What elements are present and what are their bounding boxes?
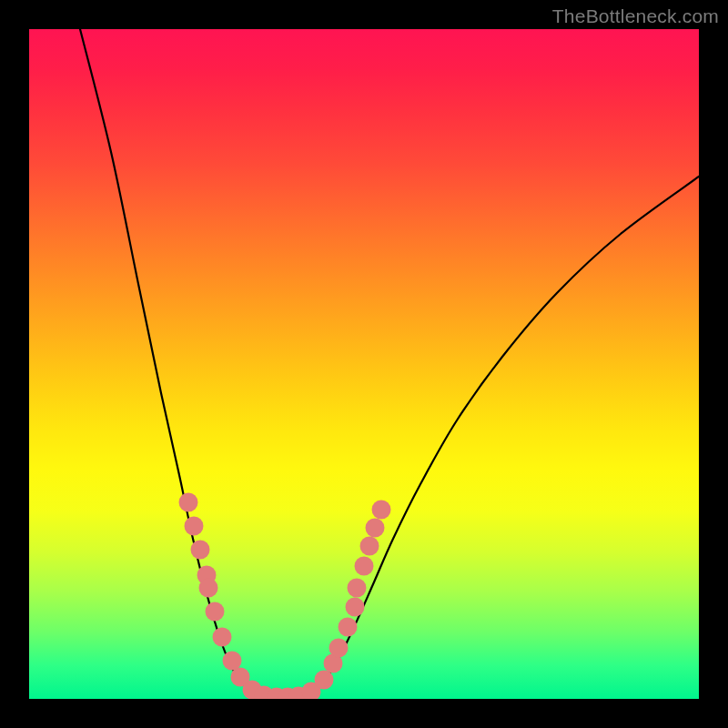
data-dot [346,598,365,617]
data-dot [185,517,204,536]
data-dot [348,579,367,598]
data-dot [372,500,391,520]
data-dot [199,579,218,598]
bottleneck-curve [80,29,699,699]
data-dot [223,652,242,671]
chart-svg [29,29,699,699]
watermark-text: TheBottleneck.com [552,5,719,27]
data-dot [366,519,385,538]
data-dot [329,639,349,658]
data-dot [206,602,225,622]
data-dot [213,628,232,647]
data-dot [360,537,379,556]
data-dots [179,493,391,700]
data-dot [355,557,374,576]
chart-frame: TheBottleneck.com [0,0,728,728]
plot-area [29,29,699,699]
data-dot [339,618,358,637]
data-dot [315,671,334,690]
data-dot [191,541,210,560]
data-dot [179,493,198,512]
